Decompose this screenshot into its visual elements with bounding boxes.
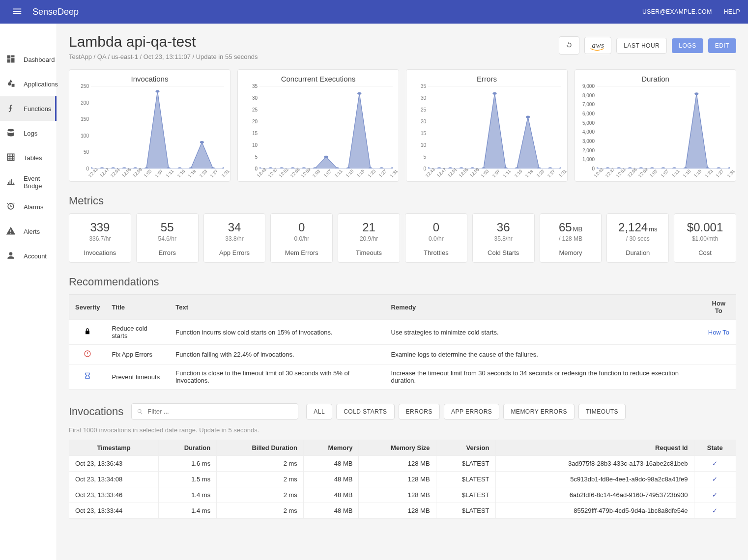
metric-card[interactable]: 2,124ms / 30 secs Duration bbox=[606, 213, 669, 263]
sidenav-item-alarms[interactable]: Alarms bbox=[0, 195, 57, 219]
logs-icon bbox=[6, 128, 16, 139]
alerts-icon bbox=[6, 226, 16, 237]
metric-card[interactable]: 65MB / 128 MB Memory bbox=[540, 213, 602, 263]
invocations-filter-button[interactable]: ERRORS bbox=[399, 404, 440, 420]
inv-header-version: Version bbox=[436, 440, 495, 456]
svg-point-32 bbox=[492, 92, 496, 95]
sidenav-item-function[interactable]: Functions bbox=[0, 96, 57, 121]
metric-sub: / 30 secs bbox=[610, 235, 665, 242]
rec-text: Function failing with 22.4% of invocatio… bbox=[170, 345, 385, 364]
metric-sub: 20.9/hr bbox=[341, 235, 397, 242]
x-tick: 12:47 bbox=[436, 167, 447, 178]
metric-value: 21 bbox=[362, 221, 375, 234]
invocations-note: First 1000 invocations in selected date … bbox=[69, 426, 736, 434]
recommendation-row[interactable]: Reduce cold starts Function incurrs slow… bbox=[69, 320, 736, 345]
filter-input[interactable] bbox=[131, 403, 298, 420]
invocation-row[interactable]: Oct 23, 13:34:08 1.5 ms 2 ms 48 MB 128 M… bbox=[69, 472, 736, 487]
y-tick: 20 bbox=[252, 119, 258, 124]
chart-title: Duration bbox=[579, 75, 732, 83]
edit-button[interactable]: EDIT bbox=[708, 38, 736, 53]
inv-duration: 1.4 ms bbox=[159, 503, 217, 519]
sidenav-item-account[interactable]: Account bbox=[0, 244, 57, 268]
topbar: SenseDeep USER@EXAMPLE.COM HELP bbox=[0, 0, 748, 24]
page-title: Lambda api-qa-test bbox=[69, 33, 258, 50]
user-link[interactable]: USER@EXAMPLE.COM bbox=[642, 8, 712, 15]
last-hour-button[interactable]: LAST HOUR bbox=[616, 38, 667, 54]
x-tick: 1:07 bbox=[154, 168, 163, 178]
sidenav-item-label: Tables bbox=[24, 154, 42, 162]
metric-label: Memory bbox=[543, 249, 599, 256]
metric-card[interactable]: 0 0.0/hr Throttles bbox=[405, 213, 467, 263]
inv-requestid: 5c913db1-fd8e-4ee1-a9dc-98a2c8a41fe9 bbox=[495, 472, 694, 487]
invocation-row[interactable]: Oct 23, 13:33:44 1.4 ms 2 ms 48 MB 128 M… bbox=[69, 503, 736, 519]
y-tick: 200 bbox=[81, 100, 89, 105]
sidenav-item-eventbridge[interactable]: Event Bridge bbox=[0, 170, 57, 195]
rec-header-remedy: Remedy bbox=[385, 295, 702, 320]
x-tick: 12:59 bbox=[132, 167, 143, 178]
y-axis: 05101520253035 bbox=[242, 86, 259, 168]
metric-sub: $1.00/mth bbox=[677, 235, 733, 242]
inv-version: $LATEST bbox=[436, 472, 495, 487]
invocations-header: Invocations ALLCOLD STARTSERRORSAPP ERRO… bbox=[69, 403, 736, 420]
rec-header-title: Title bbox=[106, 295, 170, 320]
sidenav-item-apps[interactable]: Applications bbox=[0, 72, 57, 96]
metric-value: $0.001 bbox=[687, 221, 723, 234]
inv-memsize: 128 MB bbox=[359, 503, 436, 519]
x-tick: 1:23 bbox=[199, 168, 208, 178]
menu-icon[interactable] bbox=[8, 2, 27, 22]
dashboard-icon bbox=[6, 54, 16, 65]
invocations-filter-button[interactable]: ALL bbox=[306, 404, 332, 420]
recommendation-row[interactable]: Fix App Errors Function failing with 22.… bbox=[69, 345, 736, 364]
metric-card[interactable]: 34 33.8/hr App Errors bbox=[203, 213, 266, 263]
invocations-table: Timestamp Duration Billed Duration Memor… bbox=[69, 440, 736, 519]
sidenav-item-label: Alerts bbox=[24, 228, 40, 235]
y-tick: 8,000 bbox=[582, 92, 595, 98]
aws-button[interactable]: aws bbox=[584, 37, 611, 54]
x-tick: 1:19 bbox=[356, 168, 365, 178]
help-link[interactable]: HELP bbox=[724, 8, 740, 15]
rec-title: Fix App Errors bbox=[106, 345, 170, 364]
inv-header-state: State bbox=[694, 440, 736, 456]
wand-icon[interactable] bbox=[84, 7, 91, 17]
account-icon bbox=[6, 251, 16, 262]
inv-memory: 48 MB bbox=[303, 487, 359, 503]
x-tick: 12:47 bbox=[267, 167, 279, 178]
metric-sub: 33.8/hr bbox=[207, 235, 262, 242]
metric-card[interactable]: 339 336.7/hr Invocations bbox=[69, 213, 131, 263]
rec-title: Prevent timeouts bbox=[106, 364, 170, 390]
invocations-filter-button[interactable]: APP ERRORS bbox=[444, 404, 499, 420]
recommendations-table: Severity Title Text Remedy How To Reduce… bbox=[69, 294, 736, 390]
rec-howto[interactable]: How To bbox=[702, 320, 736, 345]
x-tick: 1:19 bbox=[693, 168, 702, 178]
invocations-filter-button[interactable]: TIMEOUTS bbox=[578, 404, 626, 420]
x-tick: 1:15 bbox=[514, 168, 523, 178]
invocations-filter-button[interactable]: COLD STARTS bbox=[336, 404, 394, 420]
invocation-row[interactable]: Oct 23, 13:33:46 1.4 ms 2 ms 48 MB 128 M… bbox=[69, 487, 736, 503]
invocations-filter-button[interactable]: MEMORY ERRORS bbox=[503, 404, 575, 420]
metric-card[interactable]: 36 35.8/hr Cold Starts bbox=[472, 213, 535, 263]
recommendation-row[interactable]: Prevent timeouts Function is close to th… bbox=[69, 364, 736, 390]
metric-card[interactable]: 55 54.6/hr Errors bbox=[136, 213, 199, 263]
metric-card[interactable]: 0 0.0/hr Mem Errors bbox=[270, 213, 333, 263]
rec-remedy: Examine logs to determine the cause of t… bbox=[385, 345, 702, 364]
y-tick: 3,000 bbox=[582, 139, 595, 144]
y-axis: 01,0002,0003,0004,0005,0006,0007,0008,00… bbox=[579, 86, 596, 168]
invocation-row[interactable]: Oct 23, 13:36:43 1.6 ms 2 ms 48 MB 128 M… bbox=[69, 456, 736, 472]
metric-card[interactable]: $0.001 $1.00/mth Cost bbox=[674, 213, 736, 263]
sidenav-item-tables[interactable]: Tables bbox=[0, 145, 57, 170]
sidenav-item-alerts[interactable]: Alerts bbox=[0, 219, 57, 244]
inv-requestid: 6ab2fdf6-8c14-46ad-9160-74953723b930 bbox=[495, 487, 694, 503]
x-tick: 1:31 bbox=[221, 168, 230, 178]
plot bbox=[259, 86, 393, 168]
refresh-button[interactable] bbox=[559, 36, 579, 55]
sidenav-item-dashboard[interactable]: Dashboard bbox=[0, 47, 57, 72]
inv-memsize: 128 MB bbox=[359, 456, 436, 472]
logs-button[interactable]: LOGS bbox=[672, 38, 703, 53]
aws-smile-icon bbox=[590, 48, 604, 52]
sidenav-item-logs[interactable]: Logs bbox=[0, 121, 57, 145]
x-tick: 1:19 bbox=[524, 168, 534, 178]
metric-card[interactable]: 21 20.9/hr Timeouts bbox=[338, 213, 400, 263]
plot bbox=[91, 86, 224, 168]
metric-value: 0 bbox=[433, 221, 439, 234]
metric-sub: / 128 MB bbox=[543, 235, 599, 242]
